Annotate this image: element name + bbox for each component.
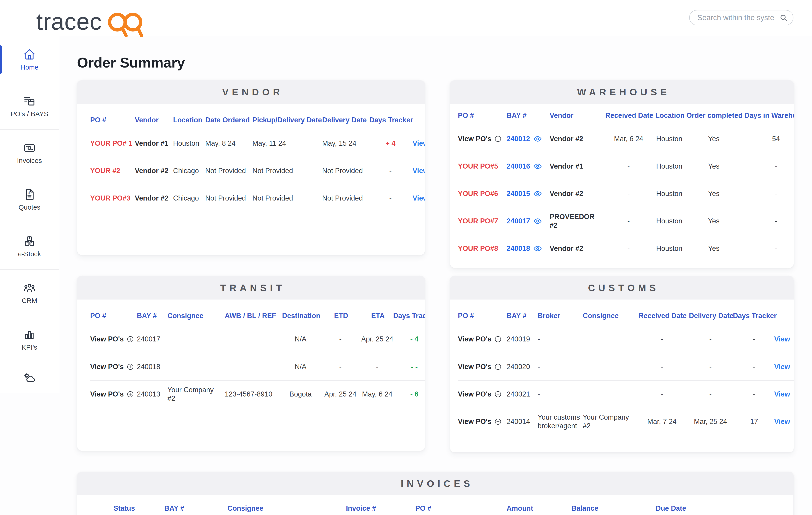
eye-icon[interactable] xyxy=(533,217,542,226)
bay-link[interactable]: 240017 xyxy=(506,207,550,235)
data-table: PO #BAY #ConsigneeAWB / BL / REFDestinat… xyxy=(77,306,425,408)
search-icon[interactable] xyxy=(779,13,788,22)
plus-circle-icon[interactable] xyxy=(126,363,134,371)
view-link[interactable]: View xyxy=(774,380,794,408)
table-cell: Not Provided xyxy=(322,184,370,212)
column-header: Status xyxy=(114,499,164,515)
plus-circle-icon[interactable] xyxy=(494,335,502,343)
table-cell: - xyxy=(638,380,687,408)
view-link[interactable]: View xyxy=(412,130,425,157)
sidebar-item-kpis[interactable]: KPI's xyxy=(0,316,59,363)
table-cell: Mar, 25 24 xyxy=(687,408,735,435)
view-link[interactable]: View xyxy=(412,184,425,212)
bay-link[interactable]: 240012 xyxy=(506,125,550,152)
table-cell: Vendor #1 xyxy=(135,130,173,157)
column-header: BAY # xyxy=(506,306,538,325)
po-link[interactable]: YOUR PO#7 xyxy=(458,207,506,235)
po-link[interactable]: YOUR PO#5 xyxy=(458,152,506,180)
table-cell: - xyxy=(638,325,687,353)
view-pos-button[interactable]: View PO's xyxy=(458,408,506,435)
column-header: Vendor xyxy=(135,111,173,130)
sidebar-item-crm[interactable]: CRM xyxy=(0,269,59,316)
table-cell: Your Company #2 xyxy=(168,380,225,408)
bay-link[interactable]: 240018 xyxy=(506,235,550,262)
bay-link[interactable]: 240015 xyxy=(506,180,550,207)
table-cell: Vendor #1 xyxy=(550,152,605,180)
column-header: Date Ordered xyxy=(205,111,252,130)
card-header: VENDOR xyxy=(77,80,425,104)
view-link[interactable]: View xyxy=(774,353,794,380)
bay-link[interactable]: 240016 xyxy=(506,152,550,180)
po-link[interactable]: YOUR #2 xyxy=(90,157,135,184)
table-cell: - xyxy=(687,380,735,408)
eye-icon[interactable] xyxy=(533,162,542,171)
column-header: Days Tracker xyxy=(370,111,412,130)
table-cell: - xyxy=(605,152,654,180)
view-pos-button[interactable]: View PO's xyxy=(90,380,137,408)
plus-circle-icon[interactable] xyxy=(126,335,134,343)
view-pos-button[interactable]: View PO's xyxy=(458,353,506,380)
table-cell: Not Provided xyxy=(322,157,370,184)
sidebar-item-integrations[interactable] xyxy=(0,363,59,393)
plus-circle-icon[interactable] xyxy=(494,391,502,398)
po-link[interactable]: YOUR PO#8 xyxy=(458,235,506,262)
column-header: Invoice # xyxy=(346,499,415,515)
order-summary-page: tracec Home xyxy=(0,0,812,515)
days-tracker-value: - 4 xyxy=(396,325,425,353)
column-header: Consignee xyxy=(228,499,346,515)
search-input[interactable] xyxy=(689,10,793,25)
sidebar-item-home[interactable]: Home xyxy=(0,36,59,83)
table-cell xyxy=(168,325,225,353)
table-cell: 17 xyxy=(735,408,774,435)
view-pos-button[interactable]: View PO's xyxy=(90,325,137,353)
eye-icon[interactable] xyxy=(533,189,542,198)
sidebar-item-quotes[interactable]: $ Quotes xyxy=(0,176,59,223)
table-cell: 240020 xyxy=(506,353,538,380)
card-title: INVOICES xyxy=(397,478,473,489)
po-link[interactable]: YOUR PO#3 xyxy=(90,184,135,212)
view-pos-button[interactable]: View PO's xyxy=(458,325,506,353)
po-link[interactable]: YOUR PO#6 xyxy=(458,180,506,207)
sidebar-item-label: e-Stock xyxy=(18,250,41,258)
eye-icon[interactable] xyxy=(533,244,542,253)
table-cell: PROVEEDOR #2 xyxy=(550,207,605,235)
table-cell: May, 8 24 xyxy=(205,130,252,157)
table-cell: Houston xyxy=(654,152,686,180)
view-link[interactable]: View xyxy=(412,157,425,184)
sidebar-item-invoices[interactable]: Invoices xyxy=(0,130,59,176)
table-cell: Houston xyxy=(654,180,686,207)
column-header: Delivery Date xyxy=(687,306,735,325)
plus-circle-icon[interactable] xyxy=(126,391,134,398)
view-pos-button[interactable]: View PO's xyxy=(90,353,137,380)
crm-icon xyxy=(23,281,36,294)
plus-circle-icon[interactable] xyxy=(494,363,502,371)
eye-icon[interactable] xyxy=(533,134,542,143)
view-link[interactable]: View xyxy=(774,325,794,353)
table-cell: 240017 xyxy=(137,325,168,353)
table-cell: Not Provided xyxy=(252,184,322,212)
column-header: PO # xyxy=(458,106,506,125)
table-cell: 240019 xyxy=(506,325,538,353)
column-header: Consignee xyxy=(168,306,225,325)
days-tracker-value: - - xyxy=(396,353,425,380)
table-cell: 240014 xyxy=(506,408,538,435)
po-link[interactable]: YOUR PO# 1 xyxy=(90,130,135,157)
view-pos-button[interactable]: View PO's xyxy=(458,380,506,408)
view-link[interactable]: View xyxy=(774,408,794,435)
table-cell: - xyxy=(370,184,412,212)
table-cell xyxy=(583,325,638,353)
table-cell xyxy=(583,353,638,380)
table-cell: - xyxy=(743,152,794,180)
column-header: Received Date xyxy=(605,106,654,125)
table-cell: Houston xyxy=(654,207,686,235)
plus-circle-icon[interactable] xyxy=(494,418,502,426)
sidebar-item-pos-bays[interactable]: PO's / BAYS xyxy=(0,83,59,130)
table-cell: - xyxy=(538,353,583,380)
column-header: Received Date xyxy=(638,306,687,325)
column-header: Pickup/Delivery Date xyxy=(252,111,322,130)
table-cell: Your Company #2 xyxy=(583,408,638,435)
plus-circle-icon[interactable] xyxy=(494,135,502,143)
view-pos-button[interactable]: View PO's xyxy=(458,125,506,152)
card-title: VENDOR xyxy=(219,87,284,98)
sidebar-item-e-stock[interactable]: e-Stock xyxy=(0,223,59,269)
